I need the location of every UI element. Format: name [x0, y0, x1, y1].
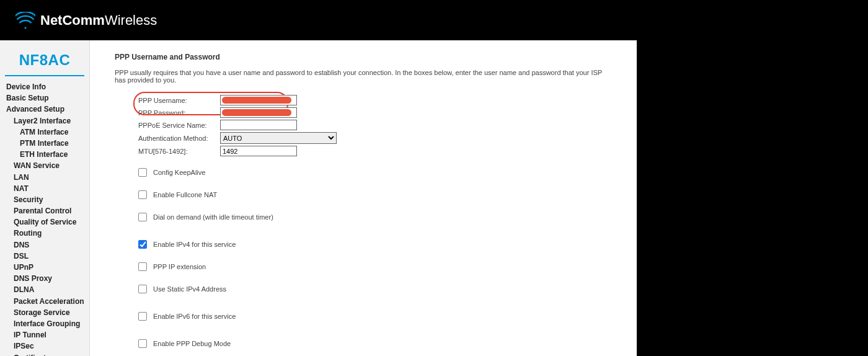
- nav-basic-setup[interactable]: Basic Setup: [0, 92, 89, 104]
- enable-fullcone-nat-label: Enable Fullcone NAT: [153, 191, 217, 198]
- page-description: PPP usually requires that you have a use…: [115, 69, 611, 84]
- enable-ppp-debug-label: Enable PPP Debug Mode: [153, 340, 231, 347]
- main-content: PPP Username and Password PPP usually re…: [90, 40, 636, 356]
- ppp-password-label: PPP Password:: [138, 109, 220, 117]
- nav-device-info[interactable]: Device Info: [0, 81, 89, 92]
- nav-dsl[interactable]: DSL: [0, 251, 89, 262]
- dial-on-demand-label: Dial on demand (with idle timeout timer): [153, 213, 273, 221]
- navigation: Device Info Basic Setup Advanced Setup L…: [0, 81, 89, 356]
- enable-ipv4-label: Enable IPv4 for this service: [153, 241, 236, 248]
- nav-parental-control[interactable]: Parental Control: [0, 205, 89, 216]
- enable-ipv6-checkbox[interactable]: [138, 312, 147, 321]
- nav-routing[interactable]: Routing: [0, 228, 89, 239]
- config-keepalive-checkbox[interactable]: [138, 168, 147, 177]
- mtu-label: MTU[576-1492]:: [138, 148, 220, 155]
- nav-lan[interactable]: LAN: [0, 172, 89, 183]
- nav-upnp[interactable]: UPnP: [0, 262, 89, 273]
- right-black-margin: [637, 0, 868, 356]
- nav-atm-interface[interactable]: ATM Interface: [0, 127, 89, 138]
- ppp-username-label: PPP Username:: [138, 97, 220, 104]
- sidebar: NF8AC Device Info Basic Setup Advanced S…: [0, 40, 90, 356]
- nav-nat[interactable]: NAT: [0, 183, 89, 194]
- redaction-bar: [222, 97, 291, 104]
- use-static-ipv4-label: Use Static IPv4 Address: [153, 285, 226, 293]
- nav-eth-interface[interactable]: ETH Interface: [0, 149, 89, 160]
- config-keepalive-label: Config KeepAlive: [153, 169, 205, 176]
- redaction-bar: [222, 109, 291, 116]
- nav-dlna[interactable]: DLNA: [0, 284, 89, 295]
- nav-advanced-setup[interactable]: Advanced Setup: [0, 104, 89, 115]
- dial-on-demand-checkbox[interactable]: [138, 213, 147, 221]
- product-underline: [5, 75, 84, 76]
- brand-name: NetCommWireless: [40, 12, 157, 29]
- nav-certificate[interactable]: Certificate: [0, 352, 89, 357]
- enable-ipv4-checkbox[interactable]: [138, 240, 147, 249]
- mtu-input[interactable]: [220, 146, 297, 156]
- nav-security[interactable]: Security: [0, 194, 89, 205]
- nav-layer2-interface[interactable]: Layer2 Interface: [0, 115, 89, 127]
- nav-ipsec[interactable]: IPSec: [0, 340, 89, 352]
- brand-logo: NetCommWireless: [16, 12, 157, 29]
- nav-dns-proxy[interactable]: DNS Proxy: [0, 273, 89, 284]
- wifi-arc-icon: [16, 12, 35, 29]
- nav-ip-tunnel[interactable]: IP Tunnel: [0, 329, 89, 340]
- ppp-ip-extension-label: PPP IP extension: [153, 263, 206, 270]
- auth-method-select[interactable]: AUTO: [220, 132, 337, 144]
- auth-method-label: Authentication Method:: [138, 135, 220, 142]
- nav-ptm-interface[interactable]: PTM Interface: [0, 138, 89, 149]
- pppoe-service-name-label: PPPoE Service Name:: [138, 122, 220, 129]
- product-model: NF8AC: [0, 43, 89, 75]
- enable-ipv6-label: Enable IPv6 for this service: [153, 313, 236, 320]
- ppp-ip-extension-checkbox[interactable]: [138, 262, 147, 271]
- nav-wan-service[interactable]: WAN Service: [0, 160, 89, 171]
- nav-interface-grouping[interactable]: Interface Grouping: [0, 318, 89, 329]
- use-static-ipv4-checkbox[interactable]: [138, 285, 147, 293]
- page-title: PPP Username and Password: [115, 53, 611, 61]
- enable-fullcone-nat-checkbox[interactable]: [138, 190, 147, 199]
- enable-ppp-debug-checkbox[interactable]: [138, 339, 147, 348]
- pppoe-service-name-input[interactable]: [220, 120, 297, 130]
- nav-qos[interactable]: Quality of Service: [0, 216, 89, 228]
- nav-packet-acceleration[interactable]: Packet Acceleration: [0, 296, 89, 307]
- nav-dns[interactable]: DNS: [0, 239, 89, 251]
- nav-storage-service[interactable]: Storage Service: [0, 307, 89, 318]
